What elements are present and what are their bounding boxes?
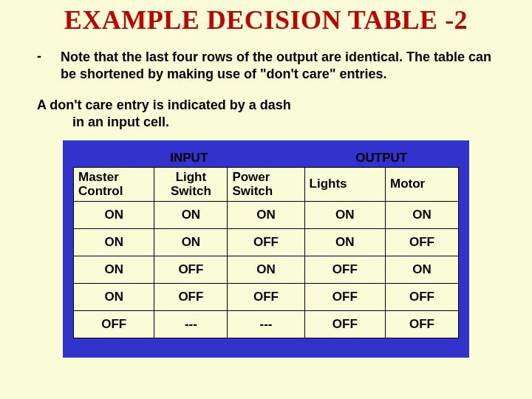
table-row: ON ON OFF ON OFF xyxy=(74,229,459,256)
cell: ON xyxy=(74,256,154,284)
dontcare-line1: A don't care entry is indicated by a das… xyxy=(37,97,495,114)
col-light: Light Switch xyxy=(154,168,228,202)
cell: OFF xyxy=(74,311,154,338)
table-row: ON ON ON ON ON xyxy=(74,202,459,229)
cell: OFF xyxy=(385,311,458,338)
col-motor: Motor xyxy=(385,168,458,202)
cell: ON xyxy=(74,229,154,256)
cell: ON xyxy=(154,202,228,229)
decision-table: INPUT OUTPUT Master Control Light Switch… xyxy=(73,149,459,338)
table-row: ON OFF ON OFF ON xyxy=(74,256,459,284)
cell: ON xyxy=(304,229,385,256)
cell: ON xyxy=(74,284,154,311)
cell: OFF xyxy=(228,229,304,256)
table-container: INPUT OUTPUT Master Control Light Switch… xyxy=(63,140,469,358)
note-row: - Note that the last four rows of the ou… xyxy=(37,49,495,82)
cell: OFF xyxy=(154,284,228,311)
note-text: Note that the last four rows of the outp… xyxy=(61,49,495,82)
col-lights: Lights xyxy=(304,168,385,202)
cell: OFF xyxy=(228,284,304,311)
cell: ON xyxy=(154,229,228,256)
cell: OFF xyxy=(385,229,458,256)
column-header-row: Master Control Light Switch Power Switch… xyxy=(74,168,459,202)
cell: OFF xyxy=(304,256,385,284)
table-row: OFF --- --- OFF OFF xyxy=(74,311,459,338)
cell: OFF xyxy=(304,284,385,311)
group-output-label: OUTPUT xyxy=(304,149,458,168)
group-header-row: INPUT OUTPUT xyxy=(74,149,459,168)
cell: ON xyxy=(228,256,304,284)
col-power: Power Switch xyxy=(228,168,304,202)
cell: ON xyxy=(74,202,154,229)
dontcare-line2: in an input cell. xyxy=(37,114,495,131)
cell: ON xyxy=(228,202,304,229)
page-title: EXAMPLE DECISION TABLE -2 xyxy=(0,0,532,35)
cell: --- xyxy=(154,311,228,338)
note-bullet: - xyxy=(37,49,61,82)
cell: --- xyxy=(228,311,304,338)
cell: OFF xyxy=(304,311,385,338)
cell: ON xyxy=(385,256,458,284)
cell: OFF xyxy=(154,256,228,284)
cell: ON xyxy=(304,202,385,229)
cell: OFF xyxy=(385,284,458,311)
dontcare-text: A don't care entry is indicated by a das… xyxy=(37,97,495,130)
group-input-label: INPUT xyxy=(74,149,305,168)
cell: ON xyxy=(385,202,458,229)
table-row: ON OFF OFF OFF OFF xyxy=(74,284,459,311)
col-master: Master Control xyxy=(74,168,154,202)
